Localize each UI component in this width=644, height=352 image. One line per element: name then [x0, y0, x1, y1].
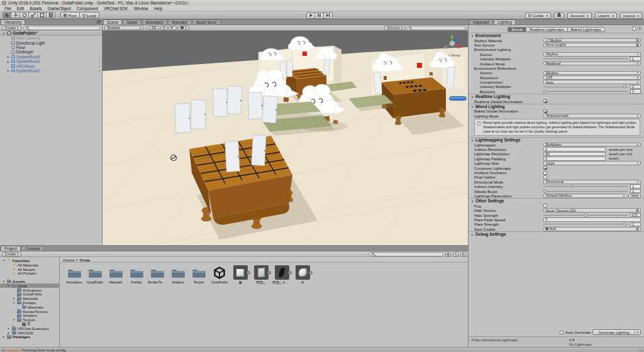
- section-header-other-settings[interactable]: ▾Other Settings: [469, 198, 644, 203]
- pause-button[interactable]: [315, 13, 324, 19]
- object-field-halo-texture[interactable]: None (Texture 2D): [543, 208, 641, 212]
- section-header-realtime-lighting[interactable]: ▾Realtime Lighting: [469, 94, 644, 99]
- object-field-spot-cookie[interactable]: Soft: [543, 227, 641, 231]
- generate-lighting-button[interactable]: Generate Lighting▾: [592, 329, 641, 335]
- hierarchy-item-systemroot1[interactable]: ▸SystemRoot1›: [0, 59, 102, 63]
- scene-lighting-toggle[interactable]: [160, 26, 168, 30]
- expander-closed-icon[interactable]: ▸: [6, 55, 10, 58]
- play-button[interactable]: [306, 13, 315, 19]
- transform-tool-button[interactable]: [47, 12, 55, 18]
- checkbox-baked-global-illumination[interactable]: [543, 109, 547, 113]
- slider-value[interactable]: 1: [630, 223, 641, 227]
- hierarchy-create-button[interactable]: Create: [2, 26, 21, 30]
- slider-value[interactable]: 1: [630, 189, 641, 194]
- account-button[interactable]: Account: [567, 13, 592, 19]
- slider-indirect-intensity[interactable]: [543, 184, 628, 189]
- checkbox-compress-lightmaps[interactable]: [543, 166, 547, 170]
- slider-intensity-multiplier[interactable]: [543, 84, 628, 89]
- dropdown-lightmap-parameters[interactable]: Default-Medium▾: [543, 194, 627, 198]
- dropdown-source[interactable]: Skybox▾: [543, 52, 641, 57]
- expander-icon[interactable]: ▾: [12, 301, 16, 304]
- scene-root-row[interactable]: ▾ GoitaPublic*: [0, 31, 102, 36]
- expander-icon[interactable]: ▾: [2, 280, 6, 283]
- object-field-sun-source[interactable]: None (Light): [543, 43, 641, 47]
- layout-button[interactable]: Layout: [620, 13, 642, 19]
- move-tool-button[interactable]: [11, 12, 20, 18]
- menu-file[interactable]: File: [2, 6, 14, 11]
- dropdown-compression[interactable]: Auto▾: [543, 80, 641, 84]
- tree-item-packages[interactable]: ▸Packages: [0, 335, 59, 339]
- scene-effects-toggle[interactable]: [178, 26, 189, 30]
- gear-icon[interactable]: [638, 26, 641, 30]
- tab-animator[interactable]: Animator: [168, 19, 192, 25]
- expander-icon[interactable]: ▸: [2, 335, 6, 338]
- checkbox-ambient-occlusion[interactable]: [543, 171, 547, 175]
- expander-closed-icon[interactable]: ▸: [6, 69, 10, 72]
- asset-materials[interactable]: Materials: [106, 265, 125, 284]
- 2d-toggle-button[interactable]: 2D: [149, 26, 159, 30]
- menu-component[interactable]: Component: [74, 6, 101, 11]
- breadcrumb-current[interactable]: Goita: [80, 258, 90, 262]
- asset-卓[interactable]: ›卓: [293, 265, 312, 285]
- tab-inspector[interactable]: Inspector: [469, 19, 493, 25]
- expand-asset-arrow[interactable]: ›: [247, 271, 250, 275]
- dropdown-lightmap-size[interactable]: 1024▾: [543, 161, 641, 165]
- object-picker-icon[interactable]: [636, 209, 639, 212]
- object-picker-icon[interactable]: [636, 228, 639, 231]
- textfield-indirect-resolution[interactable]: 2: [543, 147, 606, 151]
- asset-animations[interactable]: Animations: [65, 265, 84, 284]
- rotate-tool-button[interactable]: [20, 12, 29, 18]
- expand-asset-arrow[interactable]: ›: [267, 271, 271, 275]
- section-header-environment[interactable]: ▾Environment: [469, 33, 644, 38]
- expander-icon[interactable]: ▸: [7, 331, 11, 334]
- tab-lighting[interactable]: Lighting: [494, 19, 515, 25]
- expander-icon[interactable]: ▸: [12, 297, 16, 300]
- slider-knob[interactable]: [543, 90, 547, 93]
- prefab-open-arrow[interactable]: ›: [99, 69, 100, 72]
- menu-gameobject[interactable]: GameObject: [45, 6, 74, 11]
- dropdown-resolution[interactable]: 128▾: [543, 75, 641, 80]
- tab-asset-store[interactable]: Asset Store: [192, 19, 221, 25]
- scale-tool-button[interactable]: [29, 12, 38, 18]
- slider-knob[interactable]: [570, 185, 573, 188]
- hierarchy-item-floor[interactable]: Floor: [0, 45, 102, 50]
- lighting-subtab-baked-lightmaps[interactable]: Baked Lightmaps: [568, 27, 605, 32]
- expander-closed-icon[interactable]: ▸: [6, 60, 10, 63]
- cloud-services-button[interactable]: [554, 13, 564, 19]
- menu-vrchat-sdk[interactable]: VRChat SDK: [101, 6, 130, 11]
- local-button[interactable]: Local: [80, 12, 99, 18]
- expand-asset-arrow[interactable]: ›: [288, 271, 292, 275]
- asset-shaders[interactable]: Shaders: [169, 265, 187, 284]
- chevron-down-icon[interactable]: ▾: [635, 331, 640, 334]
- slider-halo-strength[interactable]: [543, 213, 628, 217]
- asset-盤[interactable]: ›盤: [231, 265, 250, 285]
- dropdown-lighting-mode[interactable]: Shadowmask▾: [543, 114, 641, 118]
- search-by-label-button[interactable]: ✎: [453, 252, 458, 256]
- expander-icon[interactable]: ▾: [12, 318, 16, 321]
- slider-value[interactable]: 1: [630, 85, 641, 89]
- lighting-subtab-realtime-lightmaps[interactable]: Realtime Lightmaps: [526, 27, 568, 32]
- asset-goitapublic[interactable]: GoitaPublic: [86, 265, 104, 284]
- textfield-lightmap-padding[interactable]: 2: [543, 157, 606, 161]
- scene-3d-viewport[interactable]: < Persp: [103, 31, 468, 245]
- expander-icon[interactable]: ▾: [2, 259, 6, 262]
- asset-goitapublic[interactable]: GoitaPublic: [210, 265, 229, 284]
- hierarchy-item-main-camera[interactable]: Main Camera: [0, 36, 102, 40]
- project-create-button[interactable]: Create: [2, 252, 21, 256]
- layers-button[interactable]: Layers: [595, 13, 617, 19]
- expand-asset-arrow[interactable]: ›: [309, 271, 313, 275]
- section-header-debug-settings[interactable]: ▸Debug Settings: [469, 231, 644, 236]
- hierarchy-item-systemroot2[interactable]: ▸SystemRoot2›: [0, 69, 102, 73]
- scene-search[interactable]: [406, 26, 466, 30]
- slider-intensity-multiplier[interactable]: [543, 57, 628, 61]
- hierarchy-search-input[interactable]: [30, 26, 97, 30]
- shading-mode-dropdown[interactable]: Shaded▾: [104, 26, 143, 30]
- expander-icon[interactable]: ▸: [7, 327, 11, 330]
- tab-console[interactable]: Console: [21, 246, 43, 251]
- asset-texture[interactable]: Texture: [189, 265, 208, 284]
- tree-item-all-prefabs[interactable]: ★All Prefabs: [0, 271, 59, 275]
- search-by-type-button[interactable]: ◆: [445, 252, 451, 256]
- auto-generate-checkbox[interactable]: [560, 331, 564, 334]
- hierarchy-search[interactable]: [23, 26, 100, 30]
- hierarchy-item-directional-light[interactable]: Directional Light: [0, 40, 102, 45]
